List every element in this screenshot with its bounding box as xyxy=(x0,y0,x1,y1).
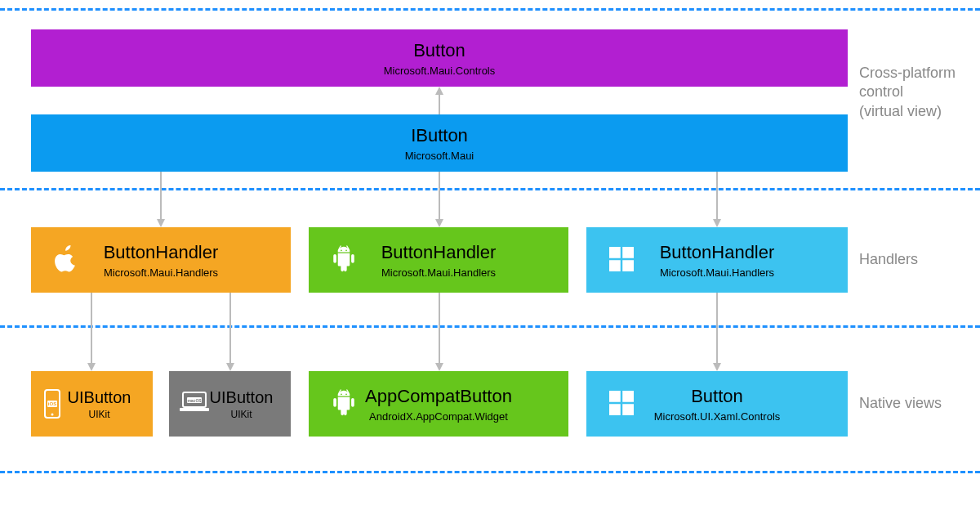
box-subtitle: Microsoft.Maui.Handlers xyxy=(381,266,496,279)
box-title: UIButton xyxy=(68,388,131,407)
box-title: UIButton xyxy=(210,388,274,407)
box-title: ButtonHandler xyxy=(104,242,219,263)
arrow-handler-android-to-native xyxy=(435,293,443,371)
box-subtitle: Microsoft.Maui.Handlers xyxy=(660,266,774,279)
label-text: Native views xyxy=(859,395,942,411)
box-subtitle: Microsoft.Maui xyxy=(405,150,474,162)
arrow-handler-apple-to-ios xyxy=(87,293,96,371)
apple-logo-icon xyxy=(54,245,78,273)
svg-marker-17 xyxy=(435,87,443,95)
section-label-native: Native views xyxy=(859,394,980,413)
svg-marker-25 xyxy=(87,363,96,371)
box-title: ButtonHandler xyxy=(381,242,497,263)
svg-marker-31 xyxy=(713,363,721,371)
svg-rect-11 xyxy=(180,408,209,411)
box-button: Button Microsoft.Maui.Controls xyxy=(31,29,848,87)
svg-marker-21 xyxy=(435,219,443,227)
arrow-ibutton-to-handler-windows xyxy=(713,172,721,227)
android-logo-icon xyxy=(332,389,356,417)
svg-rect-2 xyxy=(609,260,621,271)
box-native-android: AppCompatButton AndroidX.AppCompat.Widge… xyxy=(309,371,568,437)
section-label-crossplatform: Cross-platform control (virtual view) xyxy=(859,64,980,121)
svg-rect-1 xyxy=(622,247,634,258)
svg-rect-0 xyxy=(609,247,621,258)
label-text: Cross-platform xyxy=(859,65,956,81)
svg-marker-27 xyxy=(226,363,234,371)
box-subtitle: Microsoft.Maui.Controls xyxy=(384,65,496,77)
box-title: IButton xyxy=(411,125,468,146)
windows-logo-icon xyxy=(609,247,634,271)
section-label-handlers: Handlers xyxy=(859,250,980,269)
box-native-macos: macOS UIButton UIKit xyxy=(169,371,291,437)
svg-rect-12 xyxy=(609,391,621,402)
box-title: Button xyxy=(413,40,466,61)
arrow-handler-windows-to-native xyxy=(713,293,721,371)
svg-rect-13 xyxy=(622,391,634,402)
svg-marker-19 xyxy=(157,219,165,227)
box-handler-apple: ButtonHandler Microsoft.Maui.Handlers xyxy=(31,227,291,293)
svg-marker-23 xyxy=(713,219,721,227)
box-subtitle: UIKit xyxy=(88,409,109,420)
arrow-ibutton-to-handler-android xyxy=(435,172,443,227)
box-handler-android: ButtonHandler Microsoft.Maui.Handlers xyxy=(309,227,568,293)
svg-rect-3 xyxy=(622,260,634,271)
box-ibutton: IButton Microsoft.Maui xyxy=(31,114,848,172)
box-native-windows: Button Microsoft.UI.Xaml.Controls xyxy=(586,371,848,437)
arrow-ibutton-to-handler-apple xyxy=(157,172,165,227)
windows-logo-icon xyxy=(609,391,634,415)
arrow-ibutton-to-button xyxy=(435,87,443,114)
box-subtitle: Microsoft.Maui.Handlers xyxy=(104,266,218,279)
separator-line xyxy=(0,8,980,11)
box-subtitle: UIKit xyxy=(230,409,252,420)
separator-line xyxy=(0,188,980,190)
svg-rect-14 xyxy=(609,404,621,415)
ios-phone-icon: iOS xyxy=(42,389,62,419)
macos-laptop-icon: macOS xyxy=(179,391,210,414)
box-title: Button xyxy=(691,386,743,407)
label-text: Handlers xyxy=(859,251,918,267)
label-text: control xyxy=(859,83,903,100)
box-title: AppCompatButton xyxy=(365,386,512,407)
box-title: ButtonHandler xyxy=(660,242,775,263)
svg-rect-15 xyxy=(622,404,634,415)
android-logo-icon xyxy=(332,245,356,273)
box-subtitle: AndroidX.AppCompat.Widget xyxy=(369,410,508,423)
separator-line xyxy=(0,325,980,328)
svg-marker-29 xyxy=(435,363,443,371)
svg-text:iOS: iOS xyxy=(48,401,56,406)
box-native-ios: iOS UIButton UIKit xyxy=(31,371,153,437)
svg-text:macOS: macOS xyxy=(187,398,202,403)
box-handler-windows: ButtonHandler Microsoft.Maui.Handlers xyxy=(586,227,848,293)
separator-line xyxy=(0,471,980,473)
label-text: (virtual view) xyxy=(859,103,942,119)
box-subtitle: Microsoft.UI.Xaml.Controls xyxy=(654,410,781,423)
arrow-handler-apple-to-macos xyxy=(226,293,234,371)
svg-point-7 xyxy=(51,414,54,416)
